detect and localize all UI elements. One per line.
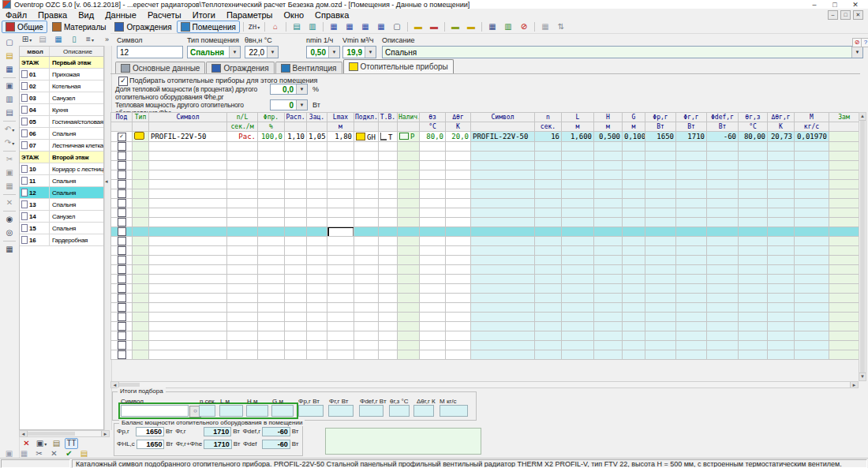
menu-item-file[interactable]: Файл bbox=[0, 10, 32, 20]
result-field-2[interactable] bbox=[219, 405, 243, 417]
room-row-01[interactable]: 01Прихожая bbox=[20, 69, 103, 80]
scroll-left-icon[interactable]: ◄ bbox=[111, 382, 119, 388]
result-field-9[interactable] bbox=[413, 405, 434, 417]
minimize-button[interactable]: – bbox=[810, 1, 819, 9]
dropdown-arrow-icon[interactable]: ▼ bbox=[229, 47, 240, 58]
row-checkbox[interactable] bbox=[118, 170, 126, 179]
row-checkbox[interactable] bbox=[118, 161, 126, 170]
dropdown-arrow-icon[interactable]: ▼ bbox=[296, 100, 307, 110]
table-vertical-scrollbar[interactable]: ▲ ▼ bbox=[859, 112, 866, 381]
other-power-combobox[interactable]: 0 ▼ bbox=[270, 99, 308, 110]
window-list-icon[interactable]: ▦ bbox=[342, 21, 357, 33]
scrollbar-thumb[interactable] bbox=[119, 383, 140, 387]
new-file-icon[interactable]: ▢ bbox=[2, 36, 18, 49]
room-row-12[interactable]: 12Спальня bbox=[20, 187, 103, 199]
row-checkbox[interactable] bbox=[118, 303, 126, 312]
mdi-minimize-button[interactable]: – bbox=[828, 10, 838, 20]
dropdown-arrow-icon[interactable]: ▼ bbox=[851, 47, 862, 58]
dropdown-arrow-icon[interactable]: ▼ bbox=[365, 47, 376, 58]
result-field-5[interactable] bbox=[298, 405, 324, 417]
share-power-combobox[interactable]: 0,0 ▼ bbox=[270, 84, 308, 95]
mdi-close-button[interactable]: ✕ bbox=[853, 10, 863, 20]
room-row-05[interactable]: 05Гостиная/столовая bbox=[20, 116, 103, 128]
open-file-icon[interactable]: ▤ bbox=[2, 50, 18, 62]
row-checkbox[interactable] bbox=[118, 246, 126, 255]
row-checkbox[interactable] bbox=[118, 189, 126, 198]
maximize-button[interactable]: □ bbox=[830, 1, 840, 9]
tab-basic-data[interactable]: Основные данные bbox=[115, 62, 205, 73]
row-checkbox[interactable] bbox=[118, 341, 126, 350]
context-help-icon[interactable]: ? bbox=[861, 38, 868, 47]
sort-rooms-icon[interactable]: ≡▾ bbox=[83, 33, 97, 46]
diagnostics-icon[interactable]: ▬ bbox=[448, 21, 462, 33]
row-checkbox[interactable] bbox=[118, 284, 126, 293]
window-mode-icon[interactable]: ▣▾ bbox=[35, 438, 48, 449]
row-checkbox[interactable] bbox=[118, 350, 126, 359]
zone-list-icon[interactable]: ▦ bbox=[374, 21, 388, 33]
row-checkbox[interactable] bbox=[118, 275, 126, 283]
export-room-icon[interactable]: ▤ bbox=[50, 438, 63, 449]
scroll-up-icon[interactable]: ▲ bbox=[859, 113, 866, 121]
table-columns-icon[interactable]: ▦ bbox=[538, 21, 552, 33]
floor-row[interactable]: ЭТАЖВторой этаж bbox=[20, 152, 103, 163]
room-row-10[interactable]: 10Коридор с лестницей bbox=[20, 163, 103, 175]
dropdown-arrow-icon[interactable]: ▼ bbox=[267, 47, 278, 58]
nmin-combobox[interactable]: 0,50 ▼ bbox=[306, 46, 340, 58]
zone-dropdown-button[interactable]: zн▾ bbox=[247, 21, 261, 33]
room-row-07[interactable]: 07Лестничная клетка bbox=[20, 140, 103, 152]
row-checkbox[interactable] bbox=[118, 142, 126, 151]
room-row-15[interactable]: 15Спальня bbox=[20, 223, 103, 234]
row-checkbox[interactable] bbox=[118, 180, 126, 189]
row-checkbox[interactable] bbox=[118, 218, 126, 227]
room-row-03[interactable]: 03Санузел bbox=[20, 92, 103, 104]
card-view-icon[interactable]: ▯ bbox=[67, 33, 81, 46]
room-row-02[interactable]: 02Котельная bbox=[20, 80, 103, 92]
find-icon[interactable]: ◉ bbox=[2, 213, 18, 226]
materials-catalog-icon[interactable]: ▤ bbox=[290, 21, 304, 33]
room-row-11[interactable]: 11Спальня bbox=[20, 175, 103, 187]
room-row-14[interactable]: 14Санузел bbox=[20, 211, 103, 223]
scrollbar-thumb[interactable] bbox=[860, 121, 865, 373]
summary-results-icon[interactable]: ▬ bbox=[464, 21, 478, 33]
redo-icon[interactable]: ↷▾ bbox=[2, 137, 18, 149]
text-size-icon[interactable]: ТТ bbox=[65, 438, 78, 449]
print-results-icon[interactable]: ▥ bbox=[501, 21, 515, 33]
menu-item-results[interactable]: Итоги bbox=[187, 10, 221, 20]
row-checkbox[interactable] bbox=[118, 152, 126, 160]
room-type-combobox[interactable]: Спальня ▼ bbox=[187, 46, 241, 58]
row-checkbox[interactable] bbox=[118, 313, 126, 321]
result-field-1[interactable] bbox=[199, 405, 215, 417]
mdi-restore-button[interactable]: □ bbox=[840, 10, 851, 20]
row-checkbox[interactable]: ✓ bbox=[118, 133, 126, 141]
envelope-list-icon[interactable]: ▦ bbox=[327, 21, 341, 33]
result-field-7[interactable] bbox=[359, 405, 383, 417]
block-icon[interactable]: ⊘ bbox=[517, 21, 531, 33]
row-checkbox[interactable] bbox=[118, 294, 126, 302]
error-list-icon[interactable]: ▬ bbox=[427, 21, 441, 33]
delete-room-icon[interactable]: ✕ bbox=[20, 438, 33, 449]
menu-item-edit[interactable]: Правка bbox=[32, 10, 73, 20]
scroll-right-icon[interactable]: ► bbox=[850, 382, 858, 388]
dropdown-arrow-icon[interactable]: ▼ bbox=[296, 84, 307, 94]
cut-icon[interactable]: ✂ bbox=[2, 153, 18, 166]
room-row-16[interactable]: 16Гардеробная bbox=[20, 234, 103, 246]
result-field-8[interactable] bbox=[389, 405, 410, 417]
row-checkbox[interactable] bbox=[118, 322, 126, 331]
save-icon[interactable]: ▦ bbox=[2, 63, 18, 76]
tab-radiators[interactable]: Отопительные приборы bbox=[343, 59, 454, 73]
sort-icon[interactable]: ⇅ bbox=[554, 21, 568, 33]
tab-envelopes[interactable]: Ограждения bbox=[206, 62, 274, 73]
toolbar-button-materials[interactable]: Материалы bbox=[48, 21, 110, 33]
menu-item-data[interactable]: Данные bbox=[99, 10, 142, 20]
result-field-3[interactable] bbox=[246, 405, 268, 417]
vmin-combobox[interactable]: 19,9 ▼ bbox=[342, 46, 376, 58]
scroll-down-icon[interactable]: ▼ bbox=[859, 373, 866, 380]
undo-icon[interactable]: ↶▾ bbox=[2, 123, 18, 136]
row-checkbox[interactable] bbox=[118, 199, 126, 208]
scroll-right-icon[interactable]: ► bbox=[101, 431, 109, 436]
room-row-06[interactable]: 06Спальня bbox=[20, 128, 103, 140]
menu-item-window[interactable]: Окно bbox=[279, 10, 310, 20]
result-field-4[interactable] bbox=[271, 405, 294, 417]
floor-row[interactable]: ЭТАЖПервый этаж bbox=[20, 57, 103, 69]
print-preview-icon[interactable]: ▥ bbox=[2, 93, 18, 106]
